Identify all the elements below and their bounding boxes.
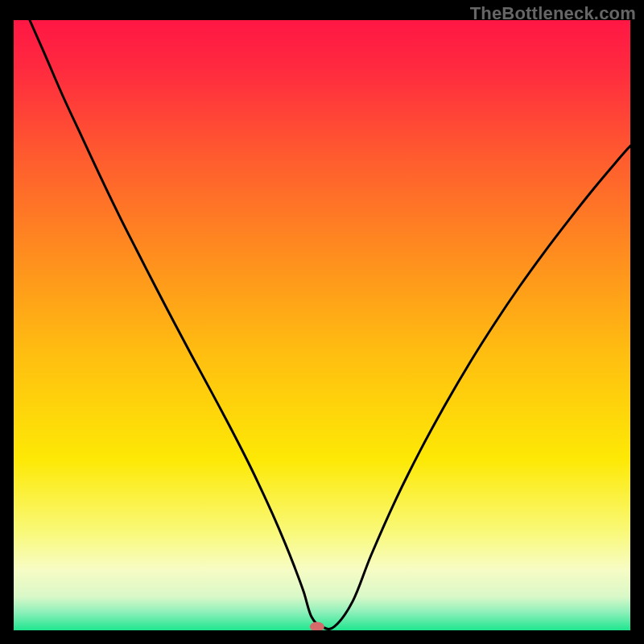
gradient-background bbox=[14, 20, 630, 630]
bottleneck-chart bbox=[14, 20, 630, 630]
chart-svg bbox=[14, 20, 630, 630]
chart-frame: TheBottleneck.com bbox=[0, 0, 644, 644]
watermark-text: TheBottleneck.com bbox=[470, 3, 636, 24]
